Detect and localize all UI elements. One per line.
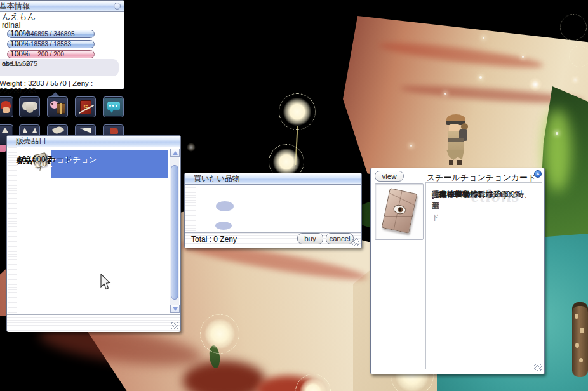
armor-icon[interactable] bbox=[19, 96, 40, 117]
sparkle-glow bbox=[187, 143, 196, 152]
character-job-class: rdinal bbox=[2, 21, 20, 30]
shop-item-list: ジオグラファーカード 100,000 Z カナトウスカード 100,000 Z … bbox=[8, 147, 170, 314]
scrollbar-thumb[interactable] bbox=[171, 165, 178, 300]
sparkle bbox=[479, 76, 482, 79]
job-level: ob Lv. 60 bbox=[2, 60, 30, 67]
sparkle bbox=[483, 37, 484, 39]
merchant-character-sprite[interactable] bbox=[440, 113, 472, 170]
sparkle bbox=[522, 56, 524, 58]
total-zeny-label: Total : 0 Zeny bbox=[191, 235, 237, 244]
puffball-flower bbox=[203, 317, 236, 350]
sparkle bbox=[444, 93, 446, 95]
buy-item-list[interactable] bbox=[185, 185, 361, 232]
hp-percent: 100% bbox=[10, 29, 30, 38]
window-footer bbox=[7, 314, 180, 332]
card-illustration bbox=[382, 188, 417, 234]
weight-zeny-text: Weight : 3283 / 5570 | Zeny : 22,239,233 bbox=[0, 79, 124, 95]
sparkle-glow bbox=[528, 77, 542, 91]
sp-percent: 100% bbox=[10, 39, 30, 48]
item-image-box bbox=[375, 183, 424, 240]
buy-window: 買いたい品物 Total : 0 Zeny buy cancel bbox=[184, 173, 362, 248]
resize-handle[interactable] bbox=[534, 364, 542, 371]
divider bbox=[0, 77, 124, 77]
puffball-outline bbox=[569, 46, 588, 67]
eye-icon bbox=[392, 204, 406, 215]
puffball-flower bbox=[282, 96, 312, 127]
skillbook-icon[interactable]: S bbox=[75, 96, 96, 117]
sparkle-glow bbox=[570, 75, 580, 85]
minimize-button[interactable] bbox=[114, 3, 121, 10]
scroll-down-button[interactable] bbox=[170, 305, 180, 313]
resize-handle[interactable] bbox=[352, 238, 359, 246]
sparkle bbox=[556, 132, 558, 135]
ap-percent: 100% bbox=[10, 50, 30, 58]
shop-titlebar[interactable]: 販売品目 bbox=[7, 136, 180, 147]
view-button[interactable]: view bbox=[375, 171, 404, 182]
puffball-outline bbox=[560, 14, 587, 41]
totem-statue bbox=[572, 302, 588, 377]
status-title: 基本情報 bbox=[0, 1, 30, 11]
scroll-up-button[interactable] bbox=[170, 149, 180, 157]
doll-gift-icon[interactable] bbox=[47, 96, 68, 117]
puffball-flower bbox=[298, 377, 328, 391]
item-description-panel[interactable]: Def + 2 風属性攻撃で 受けるダメージ - 10% [古くピンク色のあれ]… bbox=[425, 182, 542, 369]
shop-title: 販売品目 bbox=[16, 136, 46, 147]
leaf-glow bbox=[544, 109, 571, 192]
status-window: 基本情報 んえもん rdinal 346895 / 346895 100% 18… bbox=[0, 0, 124, 89]
item-shadow bbox=[215, 222, 232, 230]
level-panel: ase Lv. 275 ob Lv. 60 bbox=[0, 59, 119, 76]
character-icon[interactable] bbox=[0, 96, 13, 117]
buy-titlebar[interactable]: 買いたい品物 bbox=[185, 173, 361, 185]
list-stripe-texture bbox=[185, 185, 196, 232]
scrollbar[interactable] bbox=[170, 149, 179, 313]
buy-button[interactable]: buy bbox=[297, 233, 323, 244]
chat-bubble-icon[interactable] bbox=[103, 96, 124, 117]
item-price: 100,000 Z bbox=[8, 154, 55, 165]
cancel-button[interactable]: cancel bbox=[326, 233, 354, 244]
game-screen: S 基本情報 んえもん rdinal 346895 / 346895 100% … bbox=[0, 0, 588, 391]
vending-shop-window: 販売品目 ジオグラファーカード 100,000 Z カナトウスカード 100,0… bbox=[6, 135, 181, 332]
watermark-text: ctions bbox=[471, 185, 520, 206]
buy-title: 買いたい品物 bbox=[194, 173, 240, 184]
shop-item-row[interactable]: キューブカード 100,000 Z bbox=[8, 150, 170, 168]
resize-handle[interactable] bbox=[171, 322, 178, 329]
item-shadow bbox=[216, 201, 234, 211]
sparkle bbox=[410, 145, 412, 147]
